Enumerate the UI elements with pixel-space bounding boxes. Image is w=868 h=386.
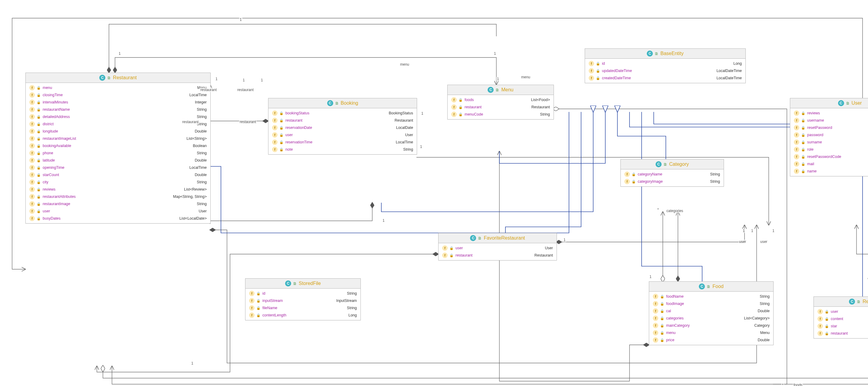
- field-icon: f: [272, 110, 278, 116]
- field-row[interactable]: f🔒surnameString: [790, 138, 868, 146]
- field-row[interactable]: f🔒nameString: [790, 168, 868, 175]
- relation-label: restaurant: [237, 88, 254, 92]
- field-row[interactable]: f🔒restaurantRestaurant: [447, 103, 554, 111]
- field-row[interactable]: f🔒detailedAddressString: [26, 113, 210, 120]
- field-row[interactable]: f🔒closingTimeLocalTime: [26, 91, 210, 99]
- field-icon: f: [272, 147, 278, 152]
- field-name: starCount: [43, 173, 59, 177]
- field-row[interactable]: f🔒reservationDateLocalDate: [269, 124, 417, 131]
- class-body: f🔒idLongf🔒updatedDateTimeLocalDateTimef🔒…: [585, 59, 745, 83]
- class-name: BaseEntity: [660, 51, 683, 56]
- field-row[interactable]: f🔒categoryImageString: [621, 178, 724, 185]
- lock-icon: 🔒: [632, 180, 636, 184]
- field-row[interactable]: f🔒foodNameString: [649, 293, 773, 300]
- field-row[interactable]: f🔒foodsList<Food>: [447, 96, 554, 103]
- field-name: user: [43, 209, 50, 213]
- field-row[interactable]: f🔒idLong: [585, 60, 745, 67]
- class-storedfile[interactable]: C🗎StoredFilef🔒idStringf🔒inputStreamInput…: [245, 278, 361, 320]
- field-row[interactable]: f🔒bookingAvailableBoolean: [26, 142, 210, 150]
- field-row[interactable]: f🔒createdDateTimeLocalDateTime: [585, 74, 745, 82]
- field-row[interactable]: f🔒categoriesList<Category>: [649, 315, 773, 322]
- lock-icon: 🔒: [801, 126, 805, 130]
- class-food[interactable]: C🗎Foodf🔒foodNameStringf🔒foodImageStringf…: [649, 281, 774, 345]
- field-type: String: [197, 115, 207, 119]
- lock-icon: 🔒: [596, 62, 600, 66]
- field-icon: f: [817, 323, 823, 329]
- field-row[interactable]: f🔒userUser: [438, 245, 557, 252]
- field-row[interactable]: f🔒restaurantRestaurant: [269, 117, 417, 124]
- lock-icon: 🔒: [596, 69, 600, 73]
- field-type: User: [199, 209, 207, 213]
- class-review[interactable]: C🗎Reviewf🔒userUserf🔒contentStringf🔒stari…: [813, 296, 868, 339]
- relation-label: 1: [751, 229, 754, 233]
- field-icon: f: [589, 68, 594, 73]
- field-icon: f: [589, 75, 594, 81]
- relation-label: 1: [239, 18, 242, 22]
- field-row[interactable]: f🔒busyDatesList<LocalDate>: [26, 215, 210, 222]
- field-row[interactable]: f🔒contentLengthLong: [245, 312, 361, 319]
- class-menu[interactable]: C🗎Menuf🔒foodsList<Food>f🔒restaurantResta…: [447, 85, 554, 120]
- field-row[interactable]: f🔒fileNameString: [245, 304, 361, 312]
- field-row[interactable]: f🔒inputStreamInputStream: [245, 297, 361, 304]
- class-favoriterestaurant[interactable]: C🗎FavoriteRestaurantf🔒userUserf🔒restaura…: [438, 233, 557, 260]
- field-row[interactable]: f🔒roleRole: [790, 146, 868, 153]
- field-row[interactable]: f🔒userUser: [269, 131, 417, 138]
- field-row[interactable]: f🔒priceDouble: [649, 336, 773, 344]
- field-name: inputStream: [262, 298, 283, 303]
- class-booking[interactable]: C🗎Bookingf🔒bookingStatusBookingStatusf🔒r…: [268, 98, 417, 155]
- field-row[interactable]: f🔒usernameString: [790, 117, 868, 124]
- lock-icon: 🔒: [825, 331, 829, 335]
- field-row[interactable]: f🔒mailString: [790, 160, 868, 168]
- field-name: content: [831, 317, 843, 321]
- field-icon: f: [249, 298, 254, 303]
- field-row[interactable]: f🔒openingTimeLocalTime: [26, 164, 210, 171]
- field-row[interactable]: f🔒reviewsList<Review>: [26, 186, 210, 193]
- field-row[interactable]: f🔒starint: [814, 322, 868, 330]
- class-baseentity[interactable]: C🗎BaseEntityf🔒idLongf🔒updatedDateTimeLoc…: [585, 49, 746, 83]
- field-icon: f: [653, 323, 658, 328]
- field-row[interactable]: f🔒noteString: [269, 146, 417, 153]
- class-icon: C: [655, 161, 661, 167]
- field-row[interactable]: f🔒restaurantAttributesMap<String, String…: [26, 193, 210, 200]
- class-category[interactable]: C🗎Categoryf🔒categoryNameStringf🔒category…: [620, 159, 724, 187]
- field-row[interactable]: f🔒passwordString: [790, 131, 868, 138]
- field-type: Restaurant: [534, 253, 553, 257]
- field-type: User: [545, 246, 553, 250]
- field-row[interactable]: f🔒mainCategoryCategory: [649, 322, 773, 329]
- field-icon: f: [272, 132, 278, 138]
- field-row[interactable]: f🔒foodImageString: [649, 300, 773, 307]
- field-row[interactable]: f🔒resetPasswordboolean: [790, 124, 868, 131]
- field-row[interactable]: f🔒longitudeDouble: [26, 128, 210, 135]
- field-row[interactable]: f🔒contentString: [814, 315, 868, 322]
- field-row[interactable]: f🔒latitudeDouble: [26, 157, 210, 164]
- field-row[interactable]: f🔒restaurantImageListList<String>: [26, 135, 210, 142]
- field-row[interactable]: f🔒menuMenu: [649, 329, 773, 336]
- field-row[interactable]: f🔒restaurantRestaurant: [814, 330, 868, 337]
- field-row[interactable]: f🔒updatedDateTimeLocalDateTime: [585, 67, 745, 74]
- field-row[interactable]: f🔒userUser: [26, 207, 210, 215]
- field-name: role: [807, 147, 813, 152]
- field-row[interactable]: f🔒categoryNameString: [621, 171, 724, 178]
- relation-label: restaurant: [239, 120, 257, 124]
- field-row[interactable]: f🔒resetPasswordCodeInteger: [790, 153, 868, 160]
- field-row[interactable]: f🔒starCountDouble: [26, 171, 210, 179]
- field-row[interactable]: f🔒menuMenu: [26, 84, 210, 91]
- field-row[interactable]: f🔒restaurantImageString: [26, 200, 210, 207]
- field-row[interactable]: f🔒menuCodeString: [447, 111, 554, 118]
- field-row[interactable]: f🔒reviewsList<Review>: [790, 109, 868, 117]
- field-row[interactable]: f🔒bookingStatusBookingStatus: [269, 109, 417, 117]
- field-row[interactable]: f🔒reservationTimeLocalTime: [269, 138, 417, 146]
- class-restaurant[interactable]: C🗎Restaurantf🔒menuMenuf🔒closingTimeLocal…: [25, 73, 211, 224]
- field-icon: f: [794, 125, 799, 130]
- field-name: categoryName: [638, 172, 662, 176]
- field-row[interactable]: f🔒cityString: [26, 179, 210, 186]
- field-row[interactable]: f🔒idString: [245, 290, 361, 297]
- field-row[interactable]: f🔒restaurantRestaurant: [438, 252, 557, 259]
- field-row[interactable]: f🔒restaurantNameString: [26, 106, 210, 113]
- field-row[interactable]: f🔒userUser: [814, 308, 868, 315]
- field-row[interactable]: f🔒phoneString: [26, 150, 210, 157]
- field-row[interactable]: f🔒calDouble: [649, 307, 773, 315]
- lock-icon: 🔒: [801, 148, 805, 152]
- class-user[interactable]: C🗎Userf🔒reviewsList<Review>f🔒usernameStr…: [790, 98, 868, 176]
- field-row[interactable]: f🔒intervalMinutesInteger: [26, 99, 210, 106]
